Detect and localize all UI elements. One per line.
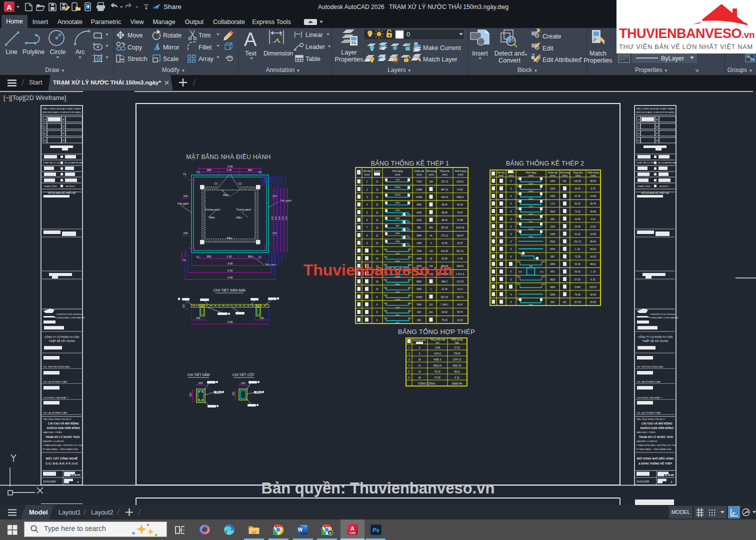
svg-text:CẢI TẠO VÀ MỞ RỘNG: CẢI TẠO VÀ MỞ RỘNG bbox=[48, 422, 79, 425]
svg-text:3420: 3420 bbox=[395, 217, 400, 220]
svg-text:200: 200 bbox=[407, 221, 411, 224]
svg-text:9305.46: 9305.46 bbox=[452, 382, 462, 385]
svg-text:806.0: 806.0 bbox=[442, 280, 448, 283]
svg-text:AS-BUILT: AS-BUILT bbox=[660, 185, 669, 188]
svg-text:3920: 3920 bbox=[550, 210, 556, 213]
svg-text:(mm): (mm) bbox=[428, 174, 434, 176]
svg-text:Hình dạng: Hình dạng bbox=[392, 170, 403, 172]
svg-text:14030: 14030 bbox=[394, 194, 400, 196]
svg-text:520: 520 bbox=[529, 220, 533, 223]
svg-text:100: 100 bbox=[272, 194, 276, 198]
svg-text:72.20: 72.20 bbox=[574, 256, 580, 258]
svg-text:920: 920 bbox=[396, 314, 400, 316]
svg-text:16: 16 bbox=[418, 376, 421, 379]
svg-text:326.71: 326.71 bbox=[456, 296, 464, 298]
svg-text:XLN-04: XLN-04 bbox=[71, 474, 80, 476]
svg-text:64.32: 64.32 bbox=[590, 248, 596, 250]
svg-text:173.12: 173.12 bbox=[441, 234, 448, 237]
svg-text:6: 6 bbox=[510, 233, 512, 236]
svg-text:ByLayer: ByLayer bbox=[661, 55, 684, 62]
svg-text:Insert: Insert bbox=[472, 50, 488, 57]
svg-text:4100: 4100 bbox=[416, 212, 422, 214]
svg-text:47.32: 47.32 bbox=[574, 195, 580, 198]
svg-text:C2: C2 bbox=[238, 182, 242, 185]
svg-text:H: H bbox=[656, 139, 658, 142]
svg-text:10: 10 bbox=[376, 250, 378, 252]
svg-text:D: D bbox=[62, 125, 64, 128]
svg-text:C1: C1 bbox=[214, 182, 218, 185]
svg-text:1220: 1220 bbox=[550, 195, 556, 198]
svg-text:HỒ SƠ/APPROVAL: HỒ SƠ/APPROVAL bbox=[64, 162, 84, 164]
svg-text:43.67: 43.67 bbox=[457, 304, 463, 306]
svg-text:1 20: 1 20 bbox=[528, 205, 533, 208]
svg-text:(mm): (mm) bbox=[395, 174, 400, 176]
svg-text:13.17: 13.17 bbox=[457, 288, 463, 290]
svg-text:13000: 13000 bbox=[394, 298, 400, 301]
svg-text:AS-BUILT: AS-BUILT bbox=[66, 185, 76, 188]
svg-text:133.27: 133.27 bbox=[590, 286, 596, 288]
svg-text:A: A bbox=[638, 118, 640, 121]
svg-text:100: 100 bbox=[198, 382, 203, 384]
svg-text:14.35: 14.35 bbox=[442, 242, 448, 244]
svg-text:B: B bbox=[656, 118, 658, 121]
svg-text:Properties: Properties bbox=[335, 56, 364, 63]
svg-text:55.70: 55.70 bbox=[457, 311, 463, 314]
svg-text:XLN-08: XLN-08 bbox=[664, 474, 674, 476]
svg-text:TRẠM XỬ LÝ NƯỚC THẢI: TRẠM XỬ LÝ NƯỚC THẢI bbox=[639, 435, 674, 438]
svg-text:521.31: 521.31 bbox=[456, 250, 464, 252]
svg-text:3340: 3340 bbox=[550, 294, 556, 296]
svg-text:Scale: Scale bbox=[163, 56, 178, 62]
svg-text:KS.PHÙNG TẤN NHẬT ?: KS.PHÙNG TẤN NHẬT ? bbox=[637, 396, 662, 399]
svg-text:200: 200 bbox=[190, 392, 192, 396]
svg-text:4.11: 4.11 bbox=[591, 218, 596, 220]
svg-text:52.16: 52.16 bbox=[434, 370, 440, 373]
svg-text:150: 150 bbox=[429, 180, 433, 183]
svg-text:700: 700 bbox=[196, 316, 200, 320]
svg-text:200: 200 bbox=[408, 286, 412, 289]
svg-text:A: A bbox=[6, 3, 12, 12]
svg-text:62.20: 62.20 bbox=[574, 202, 580, 205]
svg-text:920: 920 bbox=[417, 311, 421, 314]
svg-text:9060: 9060 bbox=[395, 283, 400, 286]
svg-text:5 .09: 5 .09 bbox=[458, 258, 463, 260]
svg-text:9 .51: 9 .51 bbox=[454, 376, 460, 379]
svg-text:(mm): (mm) bbox=[364, 174, 370, 176]
svg-text:MẶT CẮT CÔNG NGHỆ: MẶT CẮT CÔNG NGHỆ bbox=[46, 456, 78, 460]
svg-text:200: 200 bbox=[232, 392, 235, 396]
svg-text:10: 10 bbox=[376, 288, 378, 290]
svg-text:Match Layer: Match Layer bbox=[423, 56, 458, 63]
svg-text:10: 10 bbox=[418, 358, 421, 361]
svg-text:6: 6 bbox=[376, 296, 378, 298]
svg-text:CHI TIẾT DẦM: CHI TIẾT DẦM bbox=[187, 372, 210, 376]
svg-text:135.47: 135.47 bbox=[456, 234, 464, 237]
svg-text:HỒ SƠ/APPROVAL: HỒ SƠ/APPROVAL bbox=[658, 162, 677, 164]
svg-text:G: G bbox=[44, 139, 46, 142]
svg-text:0: 0 bbox=[406, 31, 410, 38]
svg-text:3135.34: 3135.34 bbox=[456, 226, 464, 229]
svg-text:Tường gạch: Tường gạch bbox=[205, 208, 220, 211]
svg-text:Dầm: Dầm bbox=[223, 194, 229, 196]
svg-text:60: 60 bbox=[517, 200, 520, 202]
svg-text:620: 620 bbox=[396, 322, 400, 324]
svg-text:6: 6 bbox=[510, 195, 512, 198]
svg-text:1236: 1236 bbox=[435, 346, 440, 349]
svg-text:2374.72: 2374.72 bbox=[453, 358, 462, 361]
svg-text:1: 1 bbox=[430, 288, 432, 290]
svg-text:(kg): (kg) bbox=[455, 342, 459, 344]
svg-text:Layer: Layer bbox=[341, 49, 356, 56]
svg-text:(mm): (mm) bbox=[442, 174, 448, 176]
svg-text:5: 5 bbox=[408, 370, 410, 373]
svg-text:1 TRẦN HƯNG ĐẠO, PHƯỜNG LỘC TH: 1 TRẦN HƯNG ĐẠO, PHƯỜNG LỘC THỌ bbox=[42, 444, 83, 446]
svg-text:68.16: 68.16 bbox=[442, 219, 448, 222]
svg-text:620: 620 bbox=[550, 301, 554, 304]
svg-text:6.76: 6.76 bbox=[591, 188, 596, 190]
svg-text:(mm): (mm) bbox=[508, 174, 514, 177]
svg-text:1320: 1320 bbox=[528, 236, 534, 238]
svg-text:TP NHA TRANG - TỈNH KHÁNH HÒA: TP NHA TRANG - TỈNH KHÁNH HÒA bbox=[636, 448, 671, 450]
svg-text:12: 12 bbox=[376, 204, 378, 206]
svg-text:Mirror: Mirror bbox=[163, 44, 180, 51]
svg-text:779.67: 779.67 bbox=[454, 352, 460, 355]
svg-text:Tổng chiều dài: Tổng chiều dài bbox=[430, 338, 445, 341]
svg-text:60: 60 bbox=[517, 178, 520, 180]
svg-text:10: 10 bbox=[376, 258, 378, 260]
